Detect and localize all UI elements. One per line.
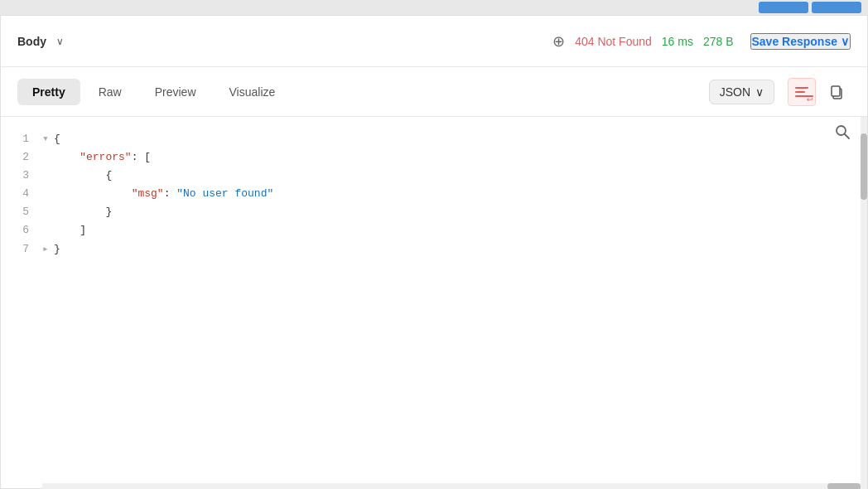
code-line-6: ]	[42, 221, 867, 240]
fold-bracket-3	[42, 167, 54, 185]
code-line-4: "msg": "No user found"	[42, 185, 867, 203]
horizontal-scrollbar[interactable]	[42, 483, 861, 489]
line-num-1: 1	[1, 130, 29, 148]
code-line-1-text: {	[54, 130, 60, 148]
line-numbers: 1 2 3 4 5 6 7	[1, 117, 42, 489]
response-panel: Body ∨ ⊕ 404 Not Found 16 ms 278 B Save …	[0, 15, 868, 489]
code-line-2: "errors": [	[42, 148, 867, 167]
fold-bracket-6	[42, 221, 54, 240]
code-line-3: {	[42, 167, 867, 185]
fold-bracket-7[interactable]: ▸	[42, 240, 54, 259]
line-num-7: 7	[1, 240, 29, 259]
tab-visualize[interactable]: Visualize	[215, 79, 291, 105]
code-line-3-text: {	[54, 167, 112, 185]
code-line-2-text: "errors": [	[54, 148, 151, 167]
code-line-7-text: }	[54, 240, 60, 259]
toolbar-icons: ↩	[788, 78, 851, 106]
line-num-4: 4	[1, 185, 29, 203]
format-label: JSON	[720, 85, 750, 99]
line-num-3: 3	[1, 167, 29, 185]
tab-pretty[interactable]: Pretty	[17, 79, 80, 105]
tabs-row: Pretty Raw Preview Visualize JSON ∨ ↩	[1, 67, 867, 117]
fold-bracket-2	[42, 148, 54, 167]
code-line-4-text: "msg": "No user found"	[54, 185, 273, 203]
body-label[interactable]: Body	[17, 35, 46, 48]
save-response-button[interactable]: Save Response ∨	[750, 33, 851, 50]
svg-point-2	[837, 126, 846, 135]
horizontal-scrollbar-thumb[interactable]	[827, 483, 861, 489]
format-select[interactable]: JSON ∨	[709, 80, 774, 104]
code-line-5-text: }	[54, 203, 112, 221]
code-area: 1 2 3 4 5 6 7 ▾ { "errors": [	[1, 117, 867, 489]
tab-raw[interactable]: Raw	[84, 79, 137, 105]
line-num-6: 6	[1, 221, 29, 240]
top-bar-button-1[interactable]	[759, 2, 808, 13]
format-chevron-icon: ∨	[755, 85, 764, 99]
top-bar	[0, 0, 868, 15]
response-header: Body ∨ ⊕ 404 Not Found 16 ms 278 B Save …	[1, 16, 867, 67]
status-badge: 404 Not Found	[575, 35, 652, 48]
word-wrap-button[interactable]: ↩	[788, 78, 816, 106]
fold-bracket-5	[42, 203, 54, 221]
svg-line-3	[845, 134, 849, 138]
line-num-5: 5	[1, 203, 29, 221]
code-line-5: }	[42, 203, 867, 221]
svg-rect-1	[832, 86, 840, 96]
line-num-2: 2	[1, 148, 29, 167]
vertical-scrollbar-thumb[interactable]	[861, 133, 867, 200]
fold-bracket-1[interactable]: ▾	[42, 130, 54, 148]
copy-button[interactable]	[822, 78, 851, 106]
copy-icon	[829, 85, 844, 99]
globe-icon: ⊕	[552, 32, 565, 51]
wrap-lines-icon: ↩	[795, 87, 808, 97]
search-button[interactable]	[834, 123, 851, 144]
code-line-6-text: ]	[54, 221, 86, 240]
code-line-7: ▸ }	[42, 240, 867, 259]
response-time: 16 ms	[662, 35, 693, 48]
response-size: 278 B	[703, 35, 734, 48]
vertical-scrollbar[interactable]	[861, 117, 867, 489]
body-chevron-icon[interactable]: ∨	[56, 36, 64, 47]
top-bar-button-2[interactable]	[812, 2, 861, 13]
tab-preview[interactable]: Preview	[140, 79, 211, 105]
fold-bracket-4	[42, 185, 54, 203]
code-line-1: ▾ {	[42, 130, 867, 148]
code-content: ▾ { "errors": [ { "msg": "No user found"	[42, 117, 867, 489]
search-icon	[834, 123, 851, 140]
